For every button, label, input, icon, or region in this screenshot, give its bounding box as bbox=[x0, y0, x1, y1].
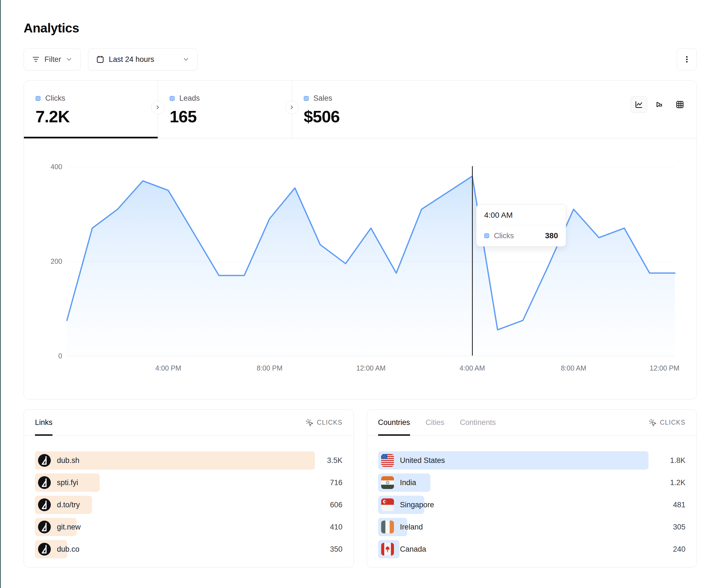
list-item[interactable]: spti.fyi716 bbox=[35, 473, 343, 492]
more-options-button[interactable] bbox=[677, 48, 697, 70]
x-axis-tick-label: 8:00 AM bbox=[561, 364, 586, 372]
filter-button[interactable]: Filter bbox=[24, 48, 81, 70]
leads-label: Leads bbox=[179, 94, 200, 103]
x-axis-tick-label: 4:00 AM bbox=[459, 364, 485, 372]
item-label: d.to/try bbox=[57, 501, 80, 509]
cursor-click-icon bbox=[305, 419, 314, 427]
list-item[interactable]: dub.co350 bbox=[35, 540, 343, 558]
stats-header: Clicks 7.2K Leads 165 bbox=[24, 81, 696, 138]
expand-leads-button[interactable] bbox=[285, 101, 298, 114]
dub-logo-icon bbox=[38, 476, 51, 489]
expand-clicks-button[interactable] bbox=[151, 101, 164, 114]
list-item[interactable]: Ireland305 bbox=[378, 518, 686, 536]
filter-icon bbox=[31, 55, 40, 64]
countries-panel: CountriesCitiesContinents CLICKS United … bbox=[367, 409, 697, 567]
item-label: dub.sh bbox=[57, 456, 80, 465]
tab-links[interactable]: Links bbox=[35, 410, 52, 435]
item-label: United States bbox=[400, 456, 445, 465]
item-value: 240 bbox=[673, 545, 686, 553]
tab-sales[interactable]: Sales $506 bbox=[292, 81, 426, 138]
chevron-right-icon bbox=[289, 104, 295, 110]
hover-crosshair-line bbox=[472, 166, 473, 356]
item-value: 481 bbox=[673, 501, 686, 509]
kebab-menu-icon bbox=[683, 55, 691, 64]
item-label: dub.co bbox=[57, 545, 80, 553]
funnel-view-button[interactable] bbox=[651, 96, 668, 113]
countries-metric-label: CLICKS bbox=[660, 419, 686, 426]
clicks-legend-swatch bbox=[36, 96, 41, 101]
analytics-chart-card: Clicks 7.2K Leads 165 bbox=[24, 81, 697, 400]
chart-tooltip: 4:00 AM Clicks 380 bbox=[476, 204, 566, 247]
item-value: 3.5K bbox=[327, 456, 343, 465]
dub-logo-icon bbox=[38, 454, 51, 467]
sales-label: Sales bbox=[314, 94, 332, 103]
chart-view-toggle bbox=[630, 96, 696, 113]
list-item[interactable]: India1.2K bbox=[378, 473, 686, 492]
cursor-click-icon bbox=[649, 419, 657, 427]
leads-legend-swatch bbox=[170, 96, 175, 101]
calendar-icon bbox=[96, 55, 104, 64]
funnel-icon bbox=[655, 100, 664, 109]
tooltip-legend-swatch bbox=[484, 233, 489, 238]
list-item[interactable]: United States1.8K bbox=[378, 451, 686, 470]
window-edge-strip bbox=[0, 0, 1, 588]
dub-logo-icon bbox=[38, 543, 51, 556]
tab-countries[interactable]: Countries bbox=[378, 410, 410, 435]
singapore-flag-icon bbox=[381, 498, 394, 511]
dub-logo-icon bbox=[38, 521, 51, 533]
chevron-down-icon bbox=[66, 56, 73, 63]
chevron-right-icon bbox=[155, 104, 161, 110]
list-item[interactable]: git.new410 bbox=[35, 518, 343, 536]
list-item[interactable]: Canada240 bbox=[378, 540, 686, 558]
toolbar: Filter Last 24 hours bbox=[24, 48, 697, 70]
x-axis-tick-label: 8:00 PM bbox=[257, 364, 282, 372]
line-chart-icon bbox=[634, 100, 643, 109]
analytics-page: Analytics Filter Last 24 hours bbox=[24, 0, 697, 567]
x-axis-tick-label: 12:00 PM bbox=[650, 364, 680, 372]
grid-icon bbox=[675, 100, 684, 109]
table-view-button[interactable] bbox=[672, 96, 688, 113]
date-range-label: Last 24 hours bbox=[109, 55, 154, 64]
countries-list: United States1.8KIndia1.2KSingapore481Ir… bbox=[367, 436, 697, 558]
tooltip-time: 4:00 AM bbox=[476, 205, 566, 225]
x-axis-tick-label: 12:00 AM bbox=[356, 364, 386, 372]
links-metric-selector[interactable]: CLICKS bbox=[305, 419, 342, 427]
links-list: dub.sh3.5Kspti.fyi716d.to/try606git.new4… bbox=[24, 436, 354, 558]
links-metric-label: CLICKS bbox=[317, 419, 342, 426]
item-label: Ireland bbox=[400, 523, 423, 532]
y-axis-tick-label: 400 bbox=[24, 163, 62, 171]
y-axis-tick-label: 200 bbox=[24, 257, 62, 266]
item-label: spti.fyi bbox=[57, 478, 78, 487]
item-value: 1.2K bbox=[670, 478, 686, 487]
tab-cities[interactable]: Cities bbox=[426, 410, 445, 435]
list-item[interactable]: d.to/try606 bbox=[35, 496, 343, 514]
list-item[interactable]: dub.sh3.5K bbox=[35, 451, 343, 470]
area-chart-plot bbox=[67, 167, 675, 356]
tooltip-value: 380 bbox=[545, 231, 558, 240]
item-value: 410 bbox=[330, 523, 342, 532]
chevron-down-icon bbox=[182, 56, 190, 63]
dub-logo-icon bbox=[38, 498, 51, 511]
tab-leads[interactable]: Leads 165 bbox=[158, 81, 292, 138]
clicks-timeseries-chart[interactable]: 0200400 4:00 PM8:00 PM12:00 AM4:00 AM8:0… bbox=[24, 138, 696, 399]
india-flag-icon bbox=[381, 476, 394, 489]
item-value: 305 bbox=[673, 523, 686, 532]
countries-panel-header: CountriesCitiesContinents CLICKS bbox=[367, 410, 697, 436]
breakdown-panels: Links CLICKS dub.sh3.5Kspti.fyi716d.to/t… bbox=[24, 409, 697, 567]
sales-legend-swatch bbox=[304, 96, 309, 101]
list-item[interactable]: Singapore481 bbox=[378, 496, 686, 514]
canada-flag-icon bbox=[381, 543, 394, 556]
item-label: git.new bbox=[57, 523, 81, 532]
sales-value: $506 bbox=[304, 107, 426, 126]
tab-clicks[interactable]: Clicks 7.2K bbox=[24, 81, 158, 138]
links-panel-header: Links CLICKS bbox=[24, 410, 354, 436]
countries-metric-selector[interactable]: CLICKS bbox=[649, 419, 686, 427]
tooltip-series-label: Clicks bbox=[494, 232, 514, 240]
line-chart-view-button[interactable] bbox=[630, 96, 647, 113]
item-label: Singapore bbox=[400, 501, 434, 509]
item-label: India bbox=[400, 478, 416, 487]
tab-continents[interactable]: Continents bbox=[460, 410, 496, 435]
date-range-button[interactable]: Last 24 hours bbox=[88, 48, 198, 70]
item-value: 1.8K bbox=[670, 456, 686, 465]
leads-value: 165 bbox=[170, 107, 292, 126]
